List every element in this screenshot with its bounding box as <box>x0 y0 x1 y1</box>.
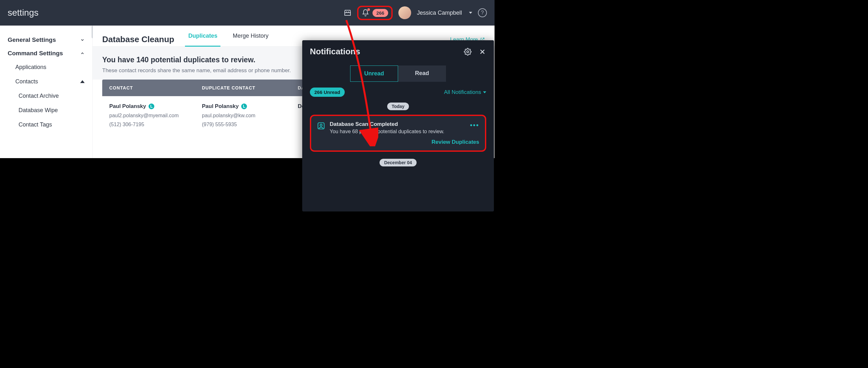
svg-point-0 <box>467 51 469 53</box>
sidebar-item-database-wipe[interactable]: Database Wipe <box>0 103 92 118</box>
sidebar-item-contact-tags[interactable]: Contact Tags <box>0 118 92 132</box>
bell-icon <box>362 9 369 17</box>
sidebar-group-command[interactable]: Command Settings <box>0 47 92 60</box>
gear-icon[interactable] <box>464 48 471 56</box>
contact-icon <box>317 122 325 130</box>
contact-phone: (512) 306-7195 <box>109 122 202 127</box>
sidebar-item-label: Contact Tags <box>19 121 52 128</box>
caret-down-icon <box>483 91 486 93</box>
notification-count-badge: 266 <box>372 9 388 17</box>
notifications-title: Notifications <box>310 47 360 57</box>
tab-unread[interactable]: Unread <box>350 65 398 82</box>
duplicate-name: Paul Polansky L <box>202 103 298 110</box>
notification-tabs: Unread Read <box>310 65 486 82</box>
notifications-button[interactable]: 266 <box>357 6 393 20</box>
th-duplicate: DUPLICATE CONTACT <box>202 85 298 90</box>
sidebar-item-label: Database Wipe <box>19 107 58 114</box>
notification-subtitle: You have 68 pairs of potential duplicate… <box>330 129 465 134</box>
page-header-title: settings <box>8 8 39 18</box>
unread-count-pill: 266 Unread <box>310 88 345 97</box>
sidebar: General Settings Command Settings Applic… <box>0 26 93 158</box>
caret-up-icon <box>80 80 85 83</box>
marketplace-icon[interactable] <box>344 9 351 17</box>
close-icon[interactable] <box>478 48 486 56</box>
sidebar-item-label: Contacts <box>16 78 38 85</box>
chevron-down-icon[interactable] <box>469 12 472 14</box>
contact-name: Paul Polansky L <box>109 103 202 110</box>
duplicate-email: paul.polansky@kw.com <box>202 113 298 119</box>
th-contact: CONTACT <box>109 85 202 90</box>
lead-badge-icon: L <box>149 103 154 109</box>
svg-point-2 <box>320 124 322 126</box>
help-icon[interactable]: ? <box>478 8 487 17</box>
day-separator-dec4: December 04 <box>379 159 416 166</box>
sidebar-group-general[interactable]: General Settings <box>0 33 92 47</box>
sidebar-item-label: Applications <box>16 64 46 70</box>
chevron-up-icon <box>80 51 85 56</box>
avatar[interactable] <box>398 6 411 19</box>
notification-card[interactable]: Database Scan Completed You have 68 pair… <box>310 115 486 152</box>
day-separator-today: Today <box>387 102 409 110</box>
chevron-down-icon <box>80 38 85 42</box>
tab-read[interactable]: Read <box>398 65 446 82</box>
sidebar-item-label: Contact Archive <box>19 93 59 99</box>
all-notifications-dropdown[interactable]: All Notifications <box>444 89 486 95</box>
more-options-icon[interactable]: ••• <box>470 121 479 129</box>
contact-email: paul2.polansky@myemail.com <box>109 113 202 119</box>
sidebar-group-label: General Settings <box>8 36 56 43</box>
tab-merge-history[interactable]: Merge History <box>231 33 270 46</box>
lead-badge-icon: L <box>241 103 247 109</box>
page-title: Database Cleanup <box>102 34 174 44</box>
top-bar: settings 266 Jessica Campbell ? <box>0 0 495 26</box>
sidebar-item-contact-archive[interactable]: Contact Archive <box>0 89 92 103</box>
sidebar-item-applications[interactable]: Applications <box>0 60 92 74</box>
notification-title: Database Scan Completed <box>330 121 465 127</box>
duplicate-phone: (979) 555-5935 <box>202 122 298 127</box>
sidebar-item-contacts[interactable]: Contacts <box>0 74 92 89</box>
tab-duplicates[interactable]: Duplicates <box>187 33 219 46</box>
sidebar-group-label: Command Settings <box>8 50 63 57</box>
user-name[interactable]: Jessica Campbell <box>417 9 462 16</box>
notifications-panel: Notifications Unread Read 266 Unread All… <box>302 40 494 212</box>
review-duplicates-link[interactable]: Review Duplicates <box>432 139 479 145</box>
all-notifications-label: All Notifications <box>444 89 481 95</box>
